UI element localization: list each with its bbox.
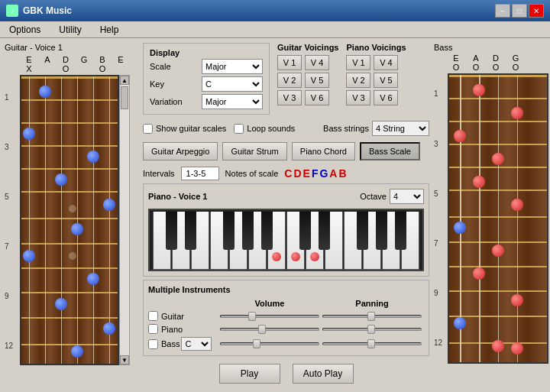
- guitar-arpeggio-button[interactable]: Guitar Arpeggio: [143, 142, 218, 160]
- piano-panning-slider[interactable]: [322, 328, 422, 331]
- bass-strings-select[interactable]: 4 String 5 String 6 String: [372, 121, 429, 136]
- fret-label-7: 7: [5, 241, 20, 266]
- guitar-dot-5: [103, 199, 115, 211]
- guitar-panning-slider[interactable]: [322, 315, 422, 318]
- bass-dot-5: [473, 176, 485, 188]
- black-key-gs[interactable]: [242, 212, 254, 250]
- maximize-button[interactable]: □: [512, 4, 527, 18]
- multi-instruments-title: Multiple Instruments: [148, 285, 424, 294]
- menu-help[interactable]: Help: [94, 23, 125, 37]
- octave-select[interactable]: 4: [390, 189, 424, 204]
- guitar-volume-slider[interactable]: [220, 315, 319, 318]
- bass-fret-7: 7: [434, 239, 448, 264]
- key-select[interactable]: C: [202, 76, 263, 92]
- black-key-ds[interactable]: [185, 212, 196, 250]
- piano-instrument-input[interactable]: [148, 324, 158, 334]
- bass-open-3: O: [506, 63, 526, 72]
- loop-sounds-check[interactable]: Loop sounds: [234, 124, 295, 134]
- black-key-cs[interactable]: [166, 212, 177, 250]
- bass-string-d: D: [486, 53, 506, 63]
- piano-v5[interactable]: V 5: [374, 73, 398, 88]
- guitar-fretboard-img: [20, 75, 119, 365]
- auto-play-button[interactable]: Auto Play: [293, 364, 354, 384]
- scroll-down[interactable]: ▼: [120, 355, 129, 364]
- bass-dot-9: [511, 294, 523, 306]
- menu-utility[interactable]: Utility: [53, 23, 87, 37]
- guitar-panel-label: Guitar - Voice 1: [5, 43, 138, 52]
- black-key-fs[interactable]: [223, 212, 235, 250]
- piano-keys: [148, 209, 424, 271]
- string-e-high: E: [112, 55, 130, 64]
- guitar-v4[interactable]: V 4: [305, 55, 329, 70]
- show-guitar-scales-input[interactable]: [143, 124, 153, 134]
- show-guitar-scales-check[interactable]: Show guitar scales: [143, 124, 226, 134]
- bass-fret-3: 3: [434, 140, 448, 165]
- open-note-0: X: [20, 64, 38, 73]
- guitar-v1[interactable]: V 1: [277, 55, 302, 70]
- black-key-gs4[interactable]: [376, 212, 387, 250]
- fret-label-6: [5, 216, 20, 241]
- center-panel: Display Scale Major Key C Variation: [143, 43, 429, 387]
- bass-dot-7: [492, 245, 504, 257]
- guitar-fretboard: 1 3 5 7 9 12: [5, 75, 138, 365]
- bass-string-g: G: [506, 53, 526, 63]
- string-a: A: [38, 55, 57, 64]
- piano-v3[interactable]: V 3: [346, 90, 370, 105]
- note-C: C: [284, 167, 292, 180]
- minimize-button[interactable]: −: [495, 4, 510, 18]
- variation-label: Variation: [150, 97, 196, 106]
- guitar-v6[interactable]: V 6: [305, 90, 329, 105]
- guitar-scrollbar[interactable]: ▲ ▼: [119, 75, 130, 365]
- piano-chord-button[interactable]: Piano Chord: [292, 142, 355, 160]
- intervals-label: Intervals: [143, 169, 175, 178]
- guitar-strum-button[interactable]: Guitar Strum: [222, 142, 286, 160]
- guitar-instrument-input[interactable]: [148, 311, 158, 321]
- open-note-4: O: [93, 64, 112, 73]
- piano-v1[interactable]: V 1: [346, 55, 370, 70]
- piano-v4[interactable]: V 4: [374, 55, 398, 70]
- play-button[interactable]: Play: [219, 364, 280, 384]
- black-key-as[interactable]: [261, 212, 273, 250]
- string-d: D: [57, 55, 75, 64]
- notes-display: C D E F G A B: [284, 167, 346, 180]
- bass-key-select[interactable]: C: [181, 337, 212, 351]
- piano-instrument-check[interactable]: Piano: [148, 324, 217, 334]
- black-key-ds4[interactable]: [319, 212, 330, 250]
- guitar-voicings-section: Guitar Voicings V 1 V 4 V 2 V 5 V 3 V 6: [277, 43, 338, 105]
- bass-open-0: O: [446, 63, 466, 72]
- scroll-thumb[interactable]: [121, 86, 128, 109]
- guitar-dot-3: [87, 151, 99, 163]
- bass-instrument-check[interactable]: Bass: [148, 339, 180, 349]
- bass-panning-slider[interactable]: [322, 342, 422, 345]
- bass-strings-label: Bass strings: [323, 124, 369, 133]
- scroll-up[interactable]: ▲: [120, 76, 129, 85]
- guitar-v3[interactable]: V 3: [277, 90, 302, 105]
- piano-v2[interactable]: V 2: [346, 73, 370, 88]
- loop-sounds-input[interactable]: [234, 124, 244, 134]
- bass-scale-button[interactable]: Bass Scale: [360, 142, 420, 160]
- bass-fret-numbers: 1 3 5 7 9 12: [434, 73, 448, 364]
- variation-select[interactable]: Major: [202, 94, 263, 109]
- guitar-instrument-check[interactable]: Guitar: [148, 311, 217, 321]
- string-e-low: E: [20, 55, 38, 64]
- bass-dot-1: [473, 84, 485, 96]
- scale-select[interactable]: Major: [202, 59, 263, 74]
- close-button[interactable]: ✕: [529, 4, 544, 18]
- octave-label: Octave: [360, 192, 387, 201]
- black-key-fs4[interactable]: [357, 212, 368, 250]
- bass-instrument-input[interactable]: [148, 339, 158, 349]
- menu-options[interactable]: Options: [3, 23, 47, 37]
- guitar-v5[interactable]: V 5: [305, 73, 329, 88]
- bass-open-2: O: [486, 63, 506, 72]
- notes-of-scale-label: Notes of scale: [225, 169, 279, 178]
- bass-dot-11: [511, 342, 523, 355]
- black-key-as4[interactable]: [395, 212, 406, 250]
- piano-v6[interactable]: V 6: [374, 90, 398, 105]
- black-key-cs4[interactable]: [299, 212, 311, 250]
- bass-volume-slider[interactable]: [220, 342, 319, 345]
- title-bar: ♪ GBK Music − □ ✕: [0, 0, 550, 21]
- guitar-v2[interactable]: V 2: [277, 73, 302, 88]
- bass-fret-1: 1: [434, 89, 448, 115]
- piano-volume-slider[interactable]: [220, 328, 319, 331]
- key-label: Key: [150, 79, 196, 89]
